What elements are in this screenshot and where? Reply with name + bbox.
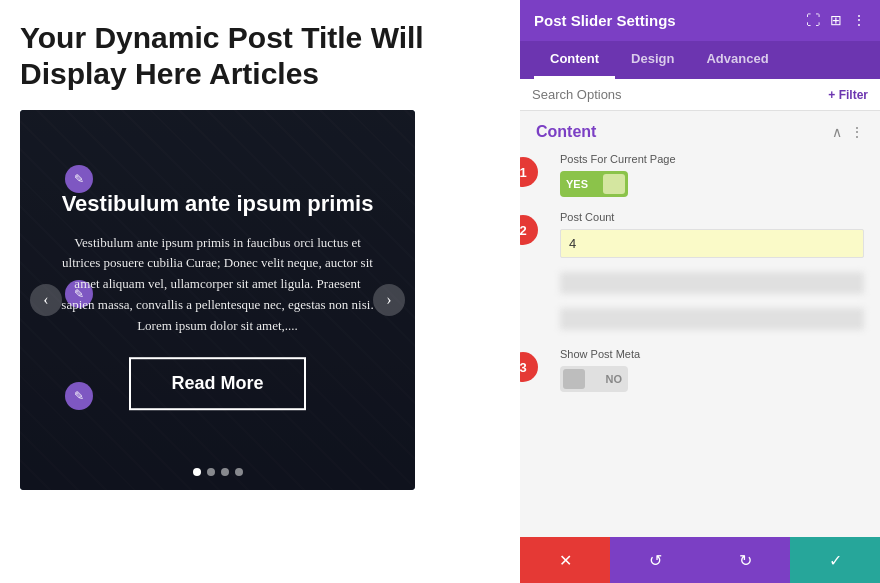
tab-advanced[interactable]: Advanced	[690, 41, 784, 79]
dot-1[interactable]	[193, 468, 201, 476]
more-icon[interactable]: ⋮	[852, 12, 866, 29]
slide-title: Vestibulum ante ipsum primis	[58, 190, 378, 219]
field-post-count: 2 Post Count	[520, 207, 880, 268]
section-header: Content ∧ ⋮	[520, 111, 880, 149]
panel-footer: ✕ ↺ ↻ ✓	[520, 537, 880, 583]
field-show-post-meta: 3 Show Post Meta NO	[520, 344, 880, 402]
toggle-yes-label: YES	[566, 178, 588, 190]
dot-2[interactable]	[207, 468, 215, 476]
tab-content[interactable]: Content	[534, 41, 615, 79]
dot-3[interactable]	[221, 468, 229, 476]
toggle-yes[interactable]: YES	[560, 171, 628, 197]
cancel-icon: ✕	[559, 551, 572, 570]
toggle-no-label: NO	[606, 373, 623, 385]
blurred-field-2	[560, 308, 864, 330]
section-controls: ∧ ⋮	[832, 124, 864, 141]
settings-panel: Post Slider Settings ⛶ ⊞ ⋮ Content Desig…	[520, 0, 880, 583]
toggle-yes-container[interactable]: YES	[560, 171, 864, 197]
toggle-thumb-no	[563, 369, 585, 389]
panel-title: Post Slider Settings	[534, 12, 676, 29]
field-posts-current-page: 1 Posts For Current Page YES	[520, 149, 880, 207]
slide-icon-top: ✎	[65, 165, 93, 193]
panel-body: Content ∧ ⋮ 1 Posts For Current Page YES	[520, 111, 880, 537]
section-title: Content	[536, 123, 596, 141]
label-post-count: Post Count	[560, 211, 864, 223]
cancel-button[interactable]: ✕	[520, 537, 610, 583]
save-button[interactable]: ✓	[790, 537, 880, 583]
page-title: Your Dynamic Post Title Will Display Her…	[20, 20, 470, 92]
slider-arrow-right[interactable]: ›	[373, 284, 405, 316]
search-bar: + Filter	[520, 79, 880, 111]
preview-area: Your Dynamic Post Title Will Display Her…	[0, 0, 490, 583]
section-more-icon[interactable]: ⋮	[850, 124, 864, 141]
label-show-post-meta: Show Post Meta	[560, 348, 864, 360]
panel-header: Post Slider Settings ⛶ ⊞ ⋮	[520, 0, 880, 41]
blurred-field-1	[560, 272, 864, 294]
blurred-field-1-container	[520, 268, 880, 304]
reset-button[interactable]: ↺	[610, 537, 700, 583]
slider-dots	[193, 468, 243, 476]
toggle-no-container[interactable]: NO	[560, 366, 864, 392]
collapse-icon[interactable]: ∧	[832, 124, 842, 141]
read-more-button[interactable]: Read More	[129, 357, 305, 410]
slider-container: ✎ ✎ ✎ ‹ Vestibulum ante ipsum primis Ves…	[20, 110, 415, 490]
filter-button[interactable]: + Filter	[828, 88, 868, 102]
redo-icon: ↻	[739, 551, 752, 570]
label-posts-current-page: Posts For Current Page	[560, 153, 864, 165]
reset-icon: ↺	[649, 551, 662, 570]
panel-header-icons: ⛶ ⊞ ⋮	[806, 12, 866, 29]
search-input[interactable]	[532, 87, 828, 102]
dot-4[interactable]	[235, 468, 243, 476]
redo-button[interactable]: ↻	[700, 537, 790, 583]
tab-design[interactable]: Design	[615, 41, 690, 79]
toggle-no[interactable]: NO	[560, 366, 628, 392]
fullscreen-icon[interactable]: ⛶	[806, 13, 820, 29]
columns-icon[interactable]: ⊞	[830, 12, 842, 29]
panel-tabs: Content Design Advanced	[520, 41, 880, 79]
save-icon: ✓	[829, 551, 842, 570]
slide-content: Vestibulum ante ipsum primis Vestibulum …	[58, 190, 378, 410]
blurred-field-2-container	[520, 304, 880, 340]
post-count-input[interactable]	[560, 229, 864, 258]
toggle-thumb	[603, 174, 625, 194]
slider-arrow-left[interactable]: ‹	[30, 284, 62, 316]
slide-excerpt: Vestibulum ante ipsum primis in faucibus…	[58, 233, 378, 337]
